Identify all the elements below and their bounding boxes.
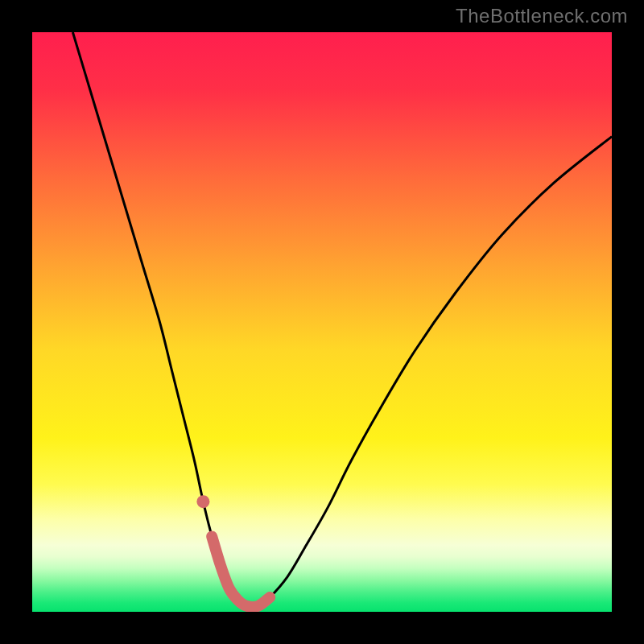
watermark-text: TheBottleneck.com	[456, 5, 628, 27]
chart-frame: TheBottleneck.com	[0, 0, 644, 644]
highlight-dot	[196, 495, 209, 508]
plot-area	[32, 32, 612, 612]
curve-path	[72, 32, 612, 607]
highlight-segment	[212, 536, 270, 607]
bottleneck-curve	[32, 32, 612, 612]
